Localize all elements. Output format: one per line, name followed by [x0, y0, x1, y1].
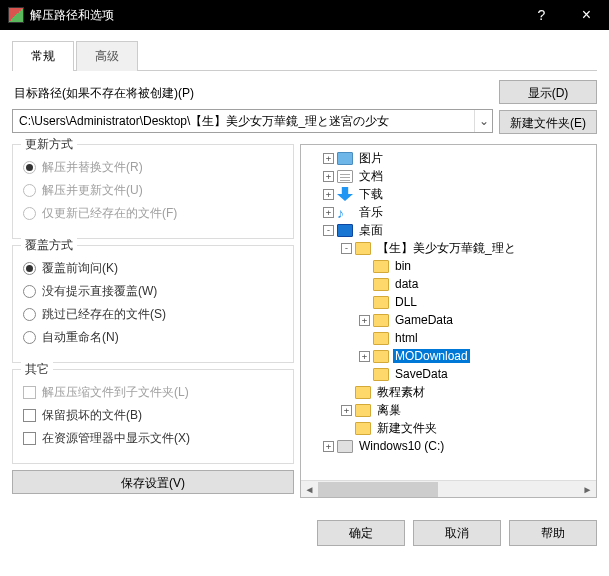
folder-icon	[373, 368, 389, 381]
tree-node[interactable]: +GameData	[303, 311, 594, 329]
expand-icon[interactable]: +	[323, 189, 334, 200]
radio-icon	[23, 308, 36, 321]
folder-icon	[355, 242, 371, 255]
tree-node[interactable]: data	[303, 275, 594, 293]
tree-node-label[interactable]: 离巢	[375, 402, 403, 419]
opt-misc-2[interactable]: 在资源管理器中显示文件(X)	[23, 430, 283, 447]
tree-node-label[interactable]: GameData	[393, 313, 455, 327]
opt-misc-1[interactable]: 保留损坏的文件(B)	[23, 407, 283, 424]
tree-node-label[interactable]: MODownload	[393, 349, 470, 363]
expand-icon[interactable]: +	[359, 351, 370, 362]
tree-node-label[interactable]: 【生】美少女万華鏡_理と	[375, 240, 518, 257]
tree-node[interactable]: +Windows10 (C:)	[303, 437, 594, 455]
radio-icon	[23, 207, 36, 220]
opt-overwrite-0[interactable]: 覆盖前询问(K)	[23, 260, 283, 277]
tree-node[interactable]: +MODownload	[303, 347, 594, 365]
scroll-thumb[interactable]	[318, 482, 438, 497]
tree-node[interactable]: 新建文件夹	[303, 419, 594, 437]
tree-node[interactable]: +图片	[303, 149, 594, 167]
tree-spacer	[359, 297, 370, 308]
tree-node-label[interactable]: 下载	[357, 186, 385, 203]
collapse-icon[interactable]: -	[323, 225, 334, 236]
folder-icon	[373, 314, 389, 327]
opt-update-0[interactable]: 解压并替换文件(R)	[23, 159, 283, 176]
tree-node-label[interactable]: 文档	[357, 168, 385, 185]
expand-icon[interactable]: +	[323, 153, 334, 164]
tree-node[interactable]: +文档	[303, 167, 594, 185]
music-icon: ♪	[337, 206, 353, 219]
radio-icon	[23, 331, 36, 344]
tree-node[interactable]: DLL	[303, 293, 594, 311]
tree-node-label[interactable]: 教程素材	[375, 384, 427, 401]
h-scrollbar[interactable]: ◄ ►	[301, 480, 596, 497]
down-icon	[337, 187, 353, 201]
group-misc: 其它 解压压缩文件到子文件夹(L) 保留损坏的文件(B) 在资源管理器中显示文件…	[12, 369, 294, 464]
tree-node[interactable]: +下载	[303, 185, 594, 203]
doc-icon	[337, 170, 353, 183]
ok-button[interactable]: 确定	[317, 520, 405, 546]
tree-node-label[interactable]: 桌面	[357, 222, 385, 239]
tree-node-label[interactable]: 音乐	[357, 204, 385, 221]
tree-spacer	[359, 279, 370, 290]
tree-spacer	[359, 369, 370, 380]
checkbox-icon	[23, 432, 36, 445]
cancel-button[interactable]: 取消	[413, 520, 501, 546]
expand-icon[interactable]: +	[359, 315, 370, 326]
group-update-title: 更新方式	[21, 136, 77, 153]
tree-node-label[interactable]: data	[393, 277, 420, 291]
new-folder-button[interactable]: 新建文件夹(E)	[499, 110, 597, 134]
tree-node[interactable]: html	[303, 329, 594, 347]
tree-node-label[interactable]: 图片	[357, 150, 385, 167]
tabs: 常规 高级	[12, 40, 597, 71]
tree-node[interactable]: -【生】美少女万華鏡_理と	[303, 239, 594, 257]
close-button[interactable]: ×	[564, 0, 609, 30]
tree-node[interactable]: SaveData	[303, 365, 594, 383]
opt-overwrite-1[interactable]: 没有提示直接覆盖(W)	[23, 283, 283, 300]
tab-advanced[interactable]: 高级	[76, 41, 138, 71]
opt-update-2[interactable]: 仅更新已经存在的文件(F)	[23, 205, 283, 222]
tree-node[interactable]: 教程素材	[303, 383, 594, 401]
help-button[interactable]: ?	[519, 0, 564, 30]
tree-node[interactable]: +离巢	[303, 401, 594, 419]
dialog-footer: 确定 取消 帮助	[0, 506, 609, 558]
radio-icon	[23, 184, 36, 197]
group-update: 更新方式 解压并替换文件(R) 解压并更新文件(U) 仅更新已经存在的文件(F)	[12, 144, 294, 239]
app-icon	[8, 7, 24, 23]
opt-overwrite-2[interactable]: 跳过已经存在的文件(S)	[23, 306, 283, 323]
expand-icon[interactable]: +	[323, 441, 334, 452]
tree-node-label[interactable]: 新建文件夹	[375, 420, 439, 437]
help-button-footer[interactable]: 帮助	[509, 520, 597, 546]
tree-node-label[interactable]: Windows10 (C:)	[357, 439, 446, 453]
tree-node[interactable]: bin	[303, 257, 594, 275]
display-button[interactable]: 显示(D)	[499, 80, 597, 104]
tree-node-label[interactable]: bin	[393, 259, 413, 273]
folder-icon	[373, 260, 389, 273]
collapse-icon[interactable]: -	[341, 243, 352, 254]
tab-general[interactable]: 常规	[12, 41, 74, 71]
expand-icon[interactable]: +	[323, 207, 334, 218]
tree-node-label[interactable]: html	[393, 331, 420, 345]
expand-icon[interactable]: +	[323, 171, 334, 182]
drive-icon	[337, 440, 353, 453]
opt-overwrite-3[interactable]: 自动重命名(N)	[23, 329, 283, 346]
scroll-left-icon[interactable]: ◄	[301, 481, 318, 498]
tree-spacer	[359, 333, 370, 344]
opt-update-1[interactable]: 解压并更新文件(U)	[23, 182, 283, 199]
path-input[interactable]	[13, 114, 474, 128]
save-settings-button[interactable]: 保存设置(V)	[12, 470, 294, 494]
radio-icon	[23, 161, 36, 174]
window-title: 解压路径和选项	[30, 7, 519, 24]
chevron-down-icon[interactable]: ⌄	[474, 110, 492, 132]
path-combobox[interactable]: ⌄	[12, 109, 493, 133]
scroll-right-icon[interactable]: ►	[579, 481, 596, 498]
folder-tree[interactable]: +图片+文档+下载+♪音乐-桌面-【生】美少女万華鏡_理とbindataDLL+…	[300, 144, 597, 498]
opt-misc-0[interactable]: 解压压缩文件到子文件夹(L)	[23, 384, 283, 401]
tree-node[interactable]: +♪音乐	[303, 203, 594, 221]
folder-icon	[373, 350, 389, 363]
tree-spacer	[341, 387, 352, 398]
titlebar: 解压路径和选项 ? ×	[0, 0, 609, 30]
tree-node[interactable]: -桌面	[303, 221, 594, 239]
tree-node-label[interactable]: SaveData	[393, 367, 450, 381]
expand-icon[interactable]: +	[341, 405, 352, 416]
tree-node-label[interactable]: DLL	[393, 295, 419, 309]
